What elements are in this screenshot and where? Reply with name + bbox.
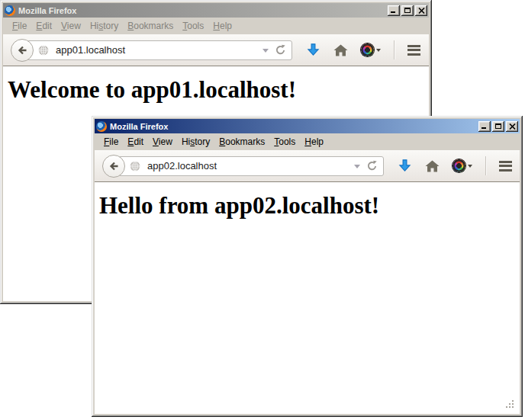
toolbar-buttons — [398, 156, 512, 175]
resize-grip[interactable] — [506, 400, 515, 409]
menu-item-edit[interactable]: Edit — [123, 135, 148, 149]
menu-item-help[interactable]: Help — [300, 135, 328, 149]
back-icon — [16, 44, 28, 56]
urlbar-dropdown-icon[interactable] — [354, 165, 360, 172]
menu-item-view[interactable]: View — [56, 19, 85, 33]
toolbar-buttons — [306, 40, 420, 59]
close-button[interactable] — [506, 121, 518, 132]
firefox-logo-icon — [5, 5, 15, 16]
minimize-button[interactable] — [478, 121, 491, 132]
chevron-down-icon — [376, 49, 381, 54]
menu-item-tools[interactable]: Tools — [178, 19, 208, 33]
close-icon — [418, 8, 425, 14]
page-heading: Hello from app02.localhost! — [99, 192, 520, 220]
back-button[interactable] — [102, 155, 125, 178]
download-icon[interactable] — [398, 159, 412, 173]
toolbar-separator — [485, 156, 486, 175]
menu-item-history[interactable]: History — [177, 135, 214, 149]
menu-item-view[interactable]: View — [148, 135, 177, 149]
extension-colorwheel-button[interactable] — [361, 43, 381, 56]
maximize-button[interactable] — [492, 121, 504, 132]
navigation-toolbar — [3, 34, 429, 66]
reload-icon[interactable] — [366, 160, 378, 172]
site-identity-globe-icon[interactable] — [38, 45, 49, 56]
menu-item-history[interactable]: History — [85, 19, 123, 33]
menu-item-bookmarks[interactable]: Bookmarks — [214, 135, 269, 149]
extension-colorwheel-button[interactable] — [453, 159, 472, 172]
menu-item-file[interactable]: File — [99, 135, 123, 149]
close-icon — [509, 123, 516, 130]
menu-hamburger-icon[interactable] — [499, 159, 512, 173]
extension-colorwheel-icon — [453, 159, 465, 172]
window-title: Mozilla Firefox — [18, 6, 386, 15]
menu-item-bookmarks[interactable]: Bookmarks — [123, 19, 178, 33]
firefox-window-app02[interactable]: Mozilla Firefox FileEditViewHistoryBookm… — [92, 116, 523, 417]
url-bar[interactable] — [27, 40, 292, 60]
url-bar[interactable] — [118, 156, 384, 176]
home-icon[interactable] — [425, 160, 440, 172]
firefox-logo-icon — [96, 121, 107, 132]
reload-icon[interactable] — [275, 44, 286, 56]
urlbar-dropdown-icon[interactable] — [262, 49, 269, 56]
titlebar[interactable]: Mozilla Firefox — [95, 119, 520, 133]
maximize-icon — [404, 8, 411, 13]
site-identity-globe-icon[interactable] — [130, 161, 140, 172]
window-title: Mozilla Firefox — [110, 122, 477, 131]
minimize-icon — [482, 127, 486, 129]
maximize-button[interactable] — [401, 5, 414, 16]
url-input[interactable] — [54, 43, 262, 56]
back-icon — [108, 160, 120, 172]
maximize-icon — [495, 123, 501, 129]
page-heading: Welcome to app01.localhost! — [8, 76, 429, 104]
menu-item-help[interactable]: Help — [208, 19, 237, 33]
menu-bar: FileEditViewHistoryBookmarksToolsHelp — [3, 18, 429, 34]
back-button[interactable] — [11, 39, 34, 62]
toolbar-separator — [394, 40, 395, 59]
menu-hamburger-icon[interactable] — [407, 43, 420, 57]
page-content: Hello from app02.localhost! — [95, 182, 520, 414]
download-icon[interactable] — [306, 43, 320, 57]
menu-bar: FileEditViewHistoryBookmarksToolsHelp — [95, 133, 520, 150]
minimize-icon — [391, 11, 395, 13]
menu-item-edit[interactable]: Edit — [31, 19, 56, 33]
home-icon[interactable] — [333, 44, 348, 56]
extension-colorwheel-icon — [361, 43, 374, 56]
menu-item-file[interactable]: File — [8, 19, 31, 33]
chevron-down-icon — [468, 165, 472, 170]
url-input[interactable] — [146, 159, 354, 172]
minimize-button[interactable] — [388, 5, 400, 16]
navigation-toolbar — [95, 150, 520, 182]
close-button[interactable] — [415, 5, 427, 16]
menu-item-tools[interactable]: Tools — [269, 135, 300, 149]
titlebar[interactable]: Mozilla Firefox — [3, 3, 429, 18]
